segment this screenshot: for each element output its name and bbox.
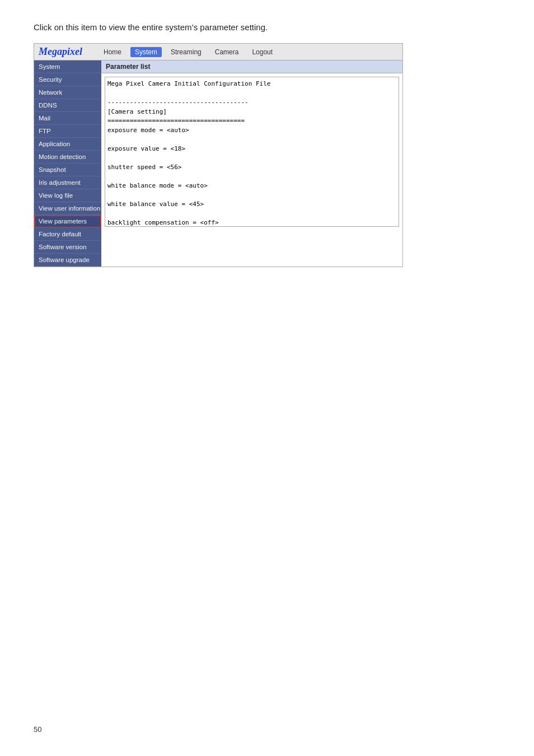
sidebar-item-system[interactable]: System [34, 60, 101, 73]
sidebar-item-application[interactable]: Application [34, 138, 101, 151]
sidebar-item-snapshot[interactable]: Snapshot [34, 164, 101, 176]
param-textarea[interactable] [105, 77, 399, 227]
nav-bar: Megapixel Home System Streaming Camera L… [34, 44, 402, 60]
sidebar-item-view-parameters[interactable]: View parameters [34, 215, 101, 228]
sidebar-item-factory-default[interactable]: Factory default [34, 228, 101, 241]
sidebar-item-view-user-information[interactable]: View user information [34, 202, 101, 215]
sidebar-item-network[interactable]: Network [34, 86, 101, 99]
sidebar-item-view-log-file[interactable]: View log file [34, 189, 101, 202]
sidebar: System Security Network DDNS Mail FTP Ap… [34, 60, 101, 267]
param-textarea-container [101, 73, 402, 230]
sidebar-item-software-version[interactable]: Software version [34, 241, 101, 254]
sidebar-item-motion-detection[interactable]: Motion detection [34, 151, 101, 164]
nav-item-home[interactable]: Home [99, 47, 126, 57]
camera-ui: Megapixel Home System Streaming Camera L… [34, 43, 403, 267]
sidebar-item-software-upgrade[interactable]: Software upgrade [34, 254, 101, 267]
sidebar-item-ftp[interactable]: FTP [34, 125, 101, 138]
panel-header: Parameter list [101, 60, 402, 73]
sidebar-item-ddns[interactable]: DDNS [34, 99, 101, 112]
nav-item-logout[interactable]: Logout [247, 47, 277, 57]
nav-item-streaming[interactable]: Streaming [166, 47, 206, 57]
content-panel: Parameter list [101, 60, 402, 267]
sidebar-item-iris-adjustment[interactable]: Iris adjustment [34, 176, 101, 189]
logo: Megapixel [39, 46, 89, 58]
instruction-text: Click on this item to view the entire sy… [34, 22, 500, 32]
sidebar-item-security[interactable]: Security [34, 73, 101, 86]
nav-item-camera[interactable]: Camera [210, 47, 243, 57]
sidebar-item-mail[interactable]: Mail [34, 112, 101, 125]
main-content: System Security Network DDNS Mail FTP Ap… [34, 60, 402, 267]
nav-item-system[interactable]: System [130, 47, 162, 57]
